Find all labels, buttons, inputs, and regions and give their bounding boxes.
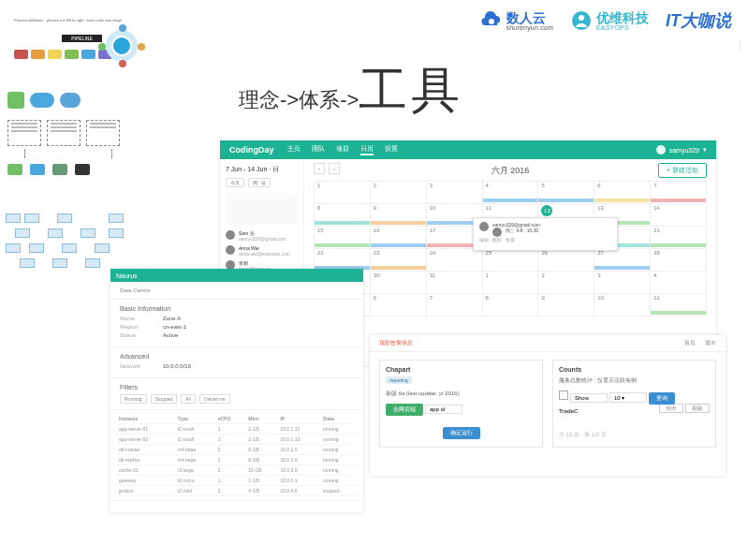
table-header-cell: IP — [277, 414, 319, 424]
cal-cell[interactable]: 24 — [427, 249, 483, 272]
cal-side-button[interactable]: 今天 — [226, 178, 244, 187]
checkbox-icon[interactable] — [559, 391, 568, 400]
table-row[interactable]: gatewayt2.micro11 GB10.0.0.1running — [116, 476, 358, 486]
cal-cell[interactable]: 6 — [371, 294, 427, 317]
form-field: StatusActive — [120, 332, 354, 338]
cal-cell[interactable]: 26 — [538, 249, 594, 272]
panel1-run-button[interactable]: 确定运行 — [443, 427, 480, 439]
cal-cell[interactable]: 4 — [483, 182, 539, 204]
table-row[interactable]: cache-01r3.large215 GB10.0.3.9running — [116, 465, 358, 476]
table-cell: t2.small — [175, 424, 215, 435]
cal-nav-item[interactable]: 项目 — [336, 144, 349, 155]
cal-next-button[interactable]: › — [329, 163, 340, 174]
section-title: Basic Information — [120, 305, 354, 312]
panel1-desc: 新版 6a (last update: yr 2016) — [386, 390, 536, 398]
form-breadcrumb-row: Data Centre — [110, 282, 363, 300]
cal-user[interactable]: samyu329 ▾ — [656, 145, 707, 155]
table-cell: 10.0.2.6 — [277, 455, 319, 465]
cal-cell[interactable]: 28 — [651, 249, 707, 272]
table-cell: 2 GB — [245, 424, 277, 435]
table-cell: r3.large — [175, 465, 215, 476]
table-row[interactable]: db-masterm4.large28 GB10.0.2.5running — [116, 445, 358, 455]
cal-event-popup[interactable]: samyu329@gmail.com 周三 6-8 · 10:30 编辑 · 删… — [473, 217, 618, 251]
form-filters: Filters RunningStoppedAllOwner:me — [110, 378, 363, 410]
logo-easyops: 优维科技EASYOPS — [570, 10, 649, 31]
cal-nav-item[interactable]: 团队 — [312, 144, 325, 155]
cal-cell[interactable]: 2 — [538, 272, 594, 294]
cal-cell[interactable]: 21 — [651, 227, 707, 249]
table-cell: app-server-01 — [116, 424, 175, 435]
table-cell: running — [320, 435, 358, 445]
panel2-query-button[interactable]: 查询 — [649, 392, 675, 405]
panel1-tag: reporting — [386, 376, 412, 384]
cal-person[interactable]: Anna Weianna.wei@example.com — [226, 245, 298, 257]
cal-cell[interactable]: 10 — [594, 294, 651, 317]
cal-cell[interactable]: 1 — [315, 182, 371, 204]
cal-cell[interactable]: 3 — [594, 272, 651, 294]
panel1-title: Chapart — [386, 366, 536, 373]
logo-a-en: shurenyun.com — [506, 24, 553, 31]
panel1-input[interactable]: app id — [425, 405, 462, 414]
cal-person[interactable]: Sam 云samyu329@gmail.com — [226, 230, 298, 242]
cal-mini-calendar[interactable] — [226, 193, 298, 225]
table-cell: 10.0.3.9 — [277, 465, 319, 476]
filter-chip[interactable]: All — [181, 394, 196, 404]
cal-cell[interactable]: 16 — [371, 227, 427, 249]
svg-point-2 — [579, 15, 584, 21]
cal-cell[interactable]: 27 — [594, 249, 651, 272]
pill-icon — [60, 93, 81, 108]
cal-cell[interactable]: 14 — [651, 204, 707, 227]
cal-cell[interactable]: 15 — [315, 227, 371, 249]
table-cell: 10.0.1.12 — [277, 424, 319, 435]
cal-cell[interactable]: 9 — [538, 294, 594, 317]
panel-link-logout[interactable]: 退出 — [705, 339, 716, 347]
table-cell: t2.micro — [175, 476, 215, 486]
cal-cell[interactable]: 8 — [483, 294, 539, 317]
table-row[interactable]: jenkinst2.med24 GB10.0.4.8stopped — [116, 486, 358, 496]
cal-nav-item[interactable]: 主页 — [287, 144, 301, 155]
cal-cell[interactable]: 9 — [371, 204, 427, 227]
table-header-cell: Instance — [116, 414, 175, 424]
table-row[interactable]: app-server-02t2.small12 GB10.0.1.13runni… — [116, 435, 358, 445]
cloud-shape-icon — [30, 93, 54, 108]
cal-cell[interactable]: 30 — [371, 272, 427, 294]
panel-link-home[interactable]: 首页 — [684, 339, 696, 347]
table-cell: 1 — [215, 435, 246, 445]
table-cell: 10.0.4.8 — [277, 486, 319, 496]
filter-chip[interactable]: Running — [120, 394, 147, 404]
panel2-show-select[interactable]: 10 ▾ — [609, 392, 647, 403]
form-brand: Naurus — [116, 273, 138, 279]
cal-cell[interactable]: 3 — [427, 182, 483, 204]
cal-side-button[interactable]: 周 · 日 — [248, 178, 271, 187]
field-list: Network10.0.0.0/16 — [120, 363, 354, 369]
filter-chip[interactable]: Owner:me — [199, 394, 230, 404]
table-cell: app-server-02 — [116, 435, 175, 445]
panel1-primary-button[interactable]: 去网页端 — [386, 404, 423, 416]
table-cell: 1 GB — [245, 476, 277, 486]
cal-cell[interactable]: 25 — [483, 249, 539, 272]
panel2-footer: 共 12 条 · 第 1/2 页 — [559, 431, 710, 439]
cal-prev-button[interactable]: ‹ — [314, 163, 325, 174]
filter-chips[interactable]: RunningStoppedAllOwner:me — [120, 394, 354, 404]
cal-cell[interactable]: 5 — [538, 182, 594, 204]
cal-nav-item[interactable]: 日历 — [360, 144, 374, 155]
svg-rect-4 — [560, 391, 568, 400]
cal-cell[interactable]: 23 — [371, 249, 427, 272]
cal-cell[interactable]: 7 — [427, 294, 483, 317]
cal-cell[interactable]: 31 — [427, 272, 483, 294]
cal-cell[interactable]: 7 — [651, 182, 707, 204]
panel2-export-button[interactable]: 导出 — [659, 404, 683, 413]
cal-cell[interactable]: 4 — [651, 272, 707, 294]
cal-cell[interactable]: 11 — [651, 294, 707, 317]
cal-cell[interactable]: 2 — [371, 182, 427, 204]
filter-chip[interactable]: Stopped — [151, 394, 178, 404]
cal-add-button[interactable]: + 新建活动 — [658, 163, 707, 178]
panel2-refresh-button[interactable]: 刷新 — [685, 404, 710, 413]
popup-actions[interactable]: 编辑 · 删除 · 查看 — [479, 237, 611, 243]
cal-cell[interactable]: 8 — [315, 204, 371, 227]
table-row[interactable]: db-replicam4.large28 GB10.0.2.6running — [116, 455, 358, 465]
cal-cell[interactable]: 1 — [483, 272, 539, 294]
cal-nav-item[interactable]: 设置 — [385, 144, 398, 155]
cal-cell[interactable]: 6 — [594, 182, 651, 204]
table-row[interactable]: app-server-01t2.small12 GB10.0.1.12runni… — [116, 424, 358, 435]
